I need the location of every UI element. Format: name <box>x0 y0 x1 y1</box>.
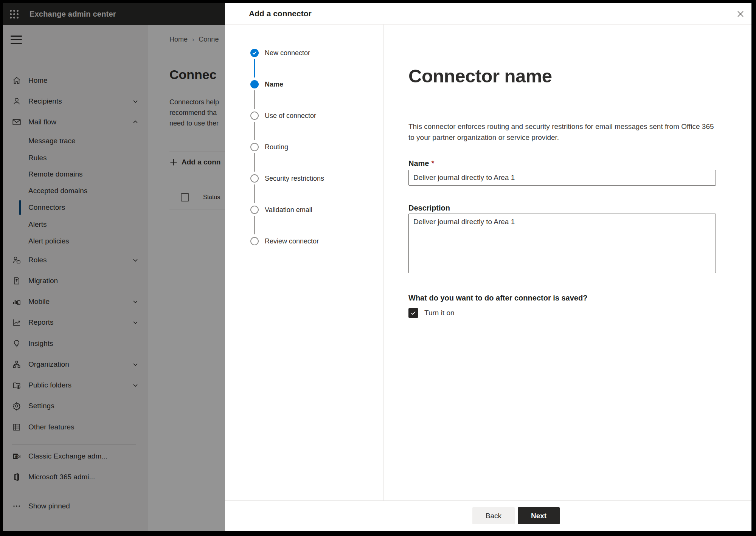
step-connector-line <box>254 216 255 234</box>
name-input[interactable] <box>408 170 716 186</box>
step-pending-icon <box>250 112 259 120</box>
step-pending-icon <box>250 237 259 245</box>
turn-it-on-checkbox-row[interactable]: Turn it on <box>408 308 455 318</box>
wizard-step-use-of-connector[interactable]: Use of connector <box>225 111 383 120</box>
checkbox-checked-icon[interactable] <box>408 308 418 318</box>
step-pending-icon <box>250 143 259 151</box>
name-field-label: Name* <box>408 159 434 168</box>
dialog-body: New connector Name Use of connector <box>225 25 751 500</box>
screen: Exchange admin center Home Recipients Ma… <box>3 3 751 531</box>
wizard-step-routing[interactable]: Routing <box>225 143 383 152</box>
back-button[interactable]: Back <box>472 507 515 524</box>
close-icon <box>736 10 745 18</box>
step-pending-icon <box>250 206 259 214</box>
dialog-main-panel: Connector name This connector enforces r… <box>383 25 751 500</box>
close-button[interactable] <box>736 9 745 19</box>
after-save-question: What do you want to do after connector i… <box>408 294 587 302</box>
description-field-label: Description <box>408 204 450 212</box>
wizard-step-review-connector[interactable]: Review connector <box>225 237 383 246</box>
required-asterisk: * <box>431 159 434 167</box>
step-heading: Connector name <box>408 65 552 87</box>
step-description-line: to your partner organization or service … <box>408 132 714 143</box>
step-connector-line <box>254 90 255 109</box>
dialog-footer: Back Next <box>225 500 751 531</box>
turn-it-on-label: Turn it on <box>424 309 455 317</box>
next-button[interactable]: Next <box>518 507 560 524</box>
wizard-step-name[interactable]: Name <box>225 80 383 89</box>
step-connector-line <box>254 184 255 203</box>
step-active-icon <box>250 80 259 88</box>
description-textarea[interactable]: Deliver journal directly to Area 1 <box>408 214 716 273</box>
step-description: This connector enforces routing and secu… <box>408 121 714 143</box>
wizard-step-new-connector[interactable]: New connector <box>225 48 383 57</box>
step-pending-icon <box>250 174 259 183</box>
wizard-steps: New connector Name Use of connector <box>225 25 383 500</box>
wizard-step-security-restrictions[interactable]: Security restrictions <box>225 174 383 183</box>
step-connector-line <box>254 122 255 140</box>
dialog-title: Add a connector <box>249 3 312 24</box>
wizard-step-validation-email[interactable]: Validation email <box>225 205 383 214</box>
step-connector-line <box>254 153 255 172</box>
step-connector-line <box>254 59 255 77</box>
add-connector-dialog: Add a connector New connector <box>225 3 751 531</box>
screenshot-frame: Exchange admin center Home Recipients Ma… <box>0 0 756 536</box>
dialog-header: Add a connector <box>225 3 751 25</box>
step-completed-icon <box>250 49 259 57</box>
step-description-line: This connector enforces routing and secu… <box>408 121 714 132</box>
